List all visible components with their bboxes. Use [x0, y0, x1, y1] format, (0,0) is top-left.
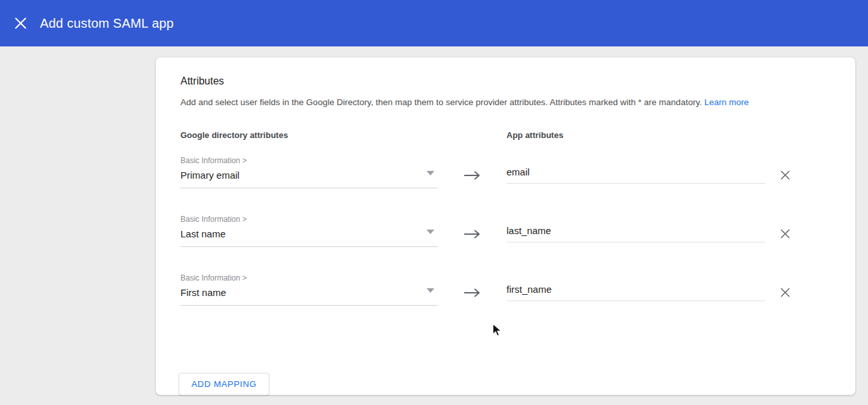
column-header-google-directory: Google directory attributes [180, 130, 438, 140]
mapping-row-primary-email: Basic Information > Primary email [180, 156, 831, 190]
mapping-row-last-name: Basic Information > Last name [180, 215, 831, 248]
add-mapping-button[interactable]: ADD MAPPING [178, 373, 269, 395]
remove-x-icon [780, 229, 790, 239]
chevron-down-icon [427, 288, 434, 293]
description-text: Add and select user fields in the Google… [180, 97, 702, 107]
mapping-arrow-cell [438, 215, 506, 244]
chevron-down-icon [427, 230, 434, 234]
column-header-spacer [438, 130, 506, 140]
remove-mapping-button-3[interactable] [777, 284, 793, 300]
chevron-down-icon [427, 171, 434, 175]
mapping-arrow-cell [438, 156, 506, 186]
attribute-category-label: Basic Information > [180, 273, 438, 282]
remove-x-icon [780, 288, 790, 297]
google-attribute-select-3[interactable]: Basic Information > First name [180, 273, 438, 306]
dialog-appbar: Add custom SAML app [0, 0, 868, 46]
app-attribute-input-3[interactable] [506, 284, 766, 301]
remove-mapping-button-2[interactable] [777, 226, 793, 241]
app-attribute-input-1[interactable] [506, 166, 766, 184]
close-button[interactable] [8, 10, 34, 36]
google-attribute-value: Last name [180, 228, 226, 239]
mapping-arrow-cell [438, 273, 506, 303]
dialog-title: Add custom SAML app [40, 16, 174, 31]
right-arrow-icon [464, 230, 481, 239]
google-attribute-select-1[interactable]: Basic Information > Primary email [180, 156, 438, 188]
column-header-app-attributes: App attributes [506, 130, 766, 140]
right-arrow-icon [464, 288, 481, 297]
section-description: Add and select user fields in the Google… [180, 97, 831, 108]
attribute-category-label: Basic Information > [180, 215, 438, 224]
remove-x-icon [780, 170, 790, 180]
app-attribute-input-2[interactable] [506, 225, 766, 242]
mapping-row-first-name: Basic Information > First name [180, 273, 831, 307]
learn-more-link[interactable]: Learn more [704, 97, 749, 107]
google-attribute-value: First name [180, 287, 226, 298]
attributes-card: Attributes Add and select user fields in… [155, 57, 856, 395]
attribute-category-label: Basic Information > [180, 156, 438, 165]
right-arrow-icon [464, 171, 481, 180]
column-headers: Google directory attributes App attribut… [180, 130, 831, 140]
google-attribute-value: Primary email [180, 170, 240, 181]
remove-mapping-button-1[interactable] [777, 167, 793, 183]
section-title: Attributes [180, 75, 831, 87]
close-icon [15, 17, 26, 29]
google-attribute-select-2[interactable]: Basic Information > Last name [180, 215, 438, 247]
mapping-rows: Basic Information > Primary email [180, 156, 831, 307]
